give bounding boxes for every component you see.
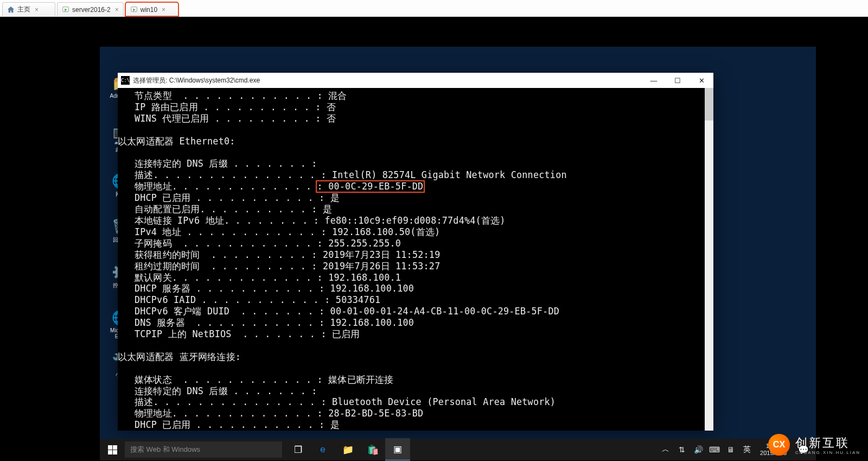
tab-server2016-2[interactable]: server2016-2 ×: [57, 2, 124, 16]
vm-icon: [62, 6, 69, 14]
windows-logo-icon: [108, 445, 117, 454]
tab-close-icon[interactable]: ×: [162, 7, 165, 13]
watermark: CX 创新互联 CHUANG.XIN.HU.LIAN: [768, 434, 860, 456]
win10-desktop: 📁 Admini... 🖥️ 此... 🌐 网... 🗑️ 回收... ⚙️ 控…: [100, 47, 816, 460]
tab-close-icon[interactable]: ×: [115, 7, 119, 13]
cmd-scrollbar[interactable]: [705, 88, 713, 431]
cmd-output[interactable]: 节点类型 . . . . . . . . . . . . : 混合 IP 路由已…: [118, 90, 713, 431]
taskbar-file-explorer[interactable]: 📁: [335, 439, 360, 460]
tab-label: win10: [141, 6, 157, 14]
tab-win10[interactable]: win10 ×: [125, 2, 178, 16]
taskbar-edge[interactable]: e: [310, 439, 335, 460]
tray-ime[interactable]: 英: [741, 445, 754, 454]
maximize-button[interactable]: ☐: [666, 73, 690, 88]
tray-display-icon[interactable]: 🖥: [724, 445, 737, 454]
viewer-background: 📁 Admini... 🖥️ 此... 🌐 网... 🗑️ 回收... ⚙️ 控…: [0, 16, 868, 461]
mac-highlight-box: [316, 180, 425, 193]
close-button[interactable]: ✕: [690, 73, 713, 88]
cmd-title-text: 选择管理员: C:\Windows\system32\cmd.exe: [133, 76, 260, 85]
minimize-button[interactable]: ―: [642, 73, 666, 88]
tray-network-icon[interactable]: ⇅: [675, 445, 688, 454]
mac-address-value: : 00-0C-29-EB-5F-DD: [317, 181, 424, 192]
vm-icon: [130, 6, 138, 14]
task-view-button[interactable]: ❐: [285, 439, 310, 460]
tab-label: 主页: [17, 5, 30, 14]
cmd-icon: C:\: [121, 76, 130, 85]
start-button[interactable]: [100, 439, 125, 460]
watermark-text: 创新互联: [795, 435, 860, 451]
search-placeholder: 搜索 Web 和 Windows: [130, 445, 200, 454]
cmd-window: C:\ 选择管理员: C:\Windows\system32\cmd.exe ―…: [118, 73, 713, 427]
tab-close-icon[interactable]: ×: [35, 7, 39, 13]
vm-tab-strip: 主页 × server2016-2 × win10 ×: [0, 0, 868, 17]
tray-keyboard-icon[interactable]: ⌨: [708, 445, 721, 454]
tray-chevron-up-icon[interactable]: ︿: [659, 445, 672, 454]
taskbar-cmd[interactable]: ▣: [385, 438, 410, 460]
home-icon: [7, 6, 15, 14]
watermark-subtext: CHUANG.XIN.HU.LIAN: [795, 450, 860, 455]
watermark-logo-icon: CX: [768, 434, 790, 456]
cmd-titlebar[interactable]: C:\ 选择管理员: C:\Windows\system32\cmd.exe ―…: [118, 73, 713, 88]
tab-home[interactable]: 主页 ×: [2, 2, 55, 16]
cmd-body[interactable]: 节点类型 . . . . . . . . . . . . : 混合 IP 路由已…: [118, 88, 713, 431]
taskbar-search[interactable]: 搜索 Web 和 Windows: [125, 441, 282, 458]
tab-label: server2016-2: [72, 6, 111, 14]
taskbar-store[interactable]: 🛍️: [360, 439, 385, 460]
taskbar: 搜索 Web 和 Windows ❐ e 📁 🛍️ ▣ ︿ ⇅ 🔊 ⌨ 🖥 英 …: [100, 439, 816, 460]
tray-volume-icon[interactable]: 🔊: [692, 445, 705, 454]
cmd-scrollbar-thumb[interactable]: [705, 88, 713, 121]
